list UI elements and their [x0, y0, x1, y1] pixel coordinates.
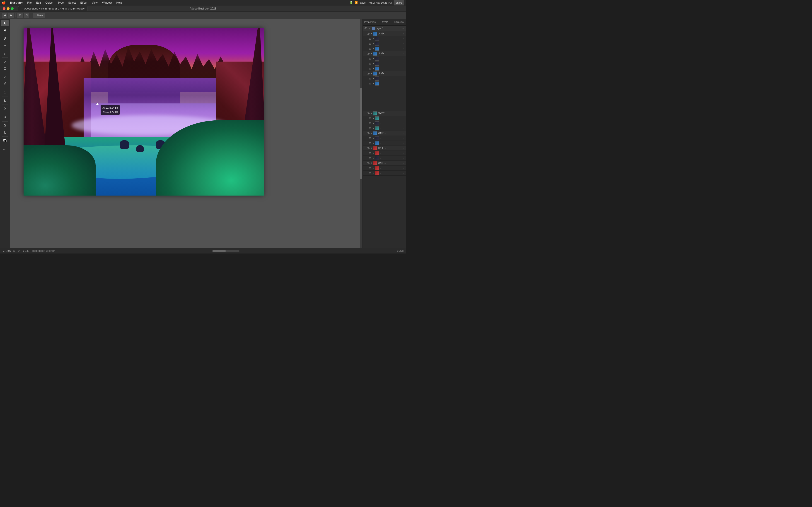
river-sub3[interactable]: ▶ ... ○: [363, 126, 406, 131]
trees-group[interactable]: ▼ TREES... ○: [363, 146, 406, 151]
file-tab[interactable]: ✕ AdobeStock_444686758.ai @ 17.78 % (RGB…: [18, 6, 88, 11]
land2s2-lock[interactable]: ○: [402, 62, 405, 65]
menu-select[interactable]: Select: [66, 1, 78, 5]
land-group-2[interactable]: ▼ LAND... ○: [363, 51, 406, 56]
tab-libraries[interactable]: Libraries: [392, 19, 406, 25]
land1s3-expand[interactable]: ▶: [372, 48, 374, 50]
land1s2-expand[interactable]: ▶: [372, 43, 374, 45]
land3-visibility[interactable]: [366, 72, 370, 75]
land1s2-lock[interactable]: ○: [402, 42, 405, 45]
land3s1-vis[interactable]: [368, 77, 372, 80]
shape-builder-tool[interactable]: [1, 106, 9, 112]
nav-next[interactable]: ▶: [28, 250, 29, 252]
land3-expand[interactable]: ▼: [370, 72, 373, 75]
direct-selection-tool[interactable]: [1, 27, 9, 33]
land1s3-lock[interactable]: ○: [402, 47, 405, 50]
v-scrollbar[interactable]: [360, 19, 362, 248]
selection-tool[interactable]: [1, 20, 9, 26]
menu-edit[interactable]: Edit: [35, 1, 43, 5]
wate1s2-lock[interactable]: ○: [402, 142, 405, 145]
land-group-1[interactable]: ▼ LAND... ○: [363, 31, 406, 36]
trees-sub2[interactable]: ▶ ... ○: [363, 156, 406, 161]
wate1s1-expand[interactable]: ▶: [372, 137, 374, 139]
rivers1-vis[interactable]: [368, 117, 372, 120]
toolbar-share-doc[interactable]: ↑ Share: [33, 13, 45, 18]
layer-1-header[interactable]: ▼ Layer 1 ○: [363, 25, 406, 31]
v-scrollbar-thumb[interactable]: [360, 88, 362, 179]
rivers3-vis[interactable]: [368, 126, 372, 130]
river-lock[interactable]: ○: [402, 112, 405, 115]
trees-visibility[interactable]: [366, 147, 370, 150]
rivers3-lock[interactable]: ○: [402, 127, 405, 130]
land3-lock[interactable]: ○: [402, 72, 405, 75]
land2s3-lock[interactable]: ○: [402, 67, 405, 70]
wate2-expand[interactable]: ▼: [370, 162, 373, 164]
wate2s2-lock[interactable]: ○: [402, 172, 405, 175]
rectangle-tool[interactable]: [1, 65, 9, 72]
land2-sub1[interactable]: ▶ ... ○: [363, 56, 406, 61]
wate2s2-expand[interactable]: ▶: [372, 172, 374, 174]
scale-tool[interactable]: [1, 97, 9, 104]
land3s2-expand[interactable]: ▶: [372, 82, 374, 84]
land2s1-lock[interactable]: ○: [402, 57, 405, 60]
land3s1-expand[interactable]: ▶: [372, 77, 374, 80]
land1-expand[interactable]: ▼: [370, 33, 373, 35]
hand-tool[interactable]: [1, 129, 9, 135]
land2s3-vis[interactable]: [368, 67, 372, 70]
layer1-lock[interactable]: ○: [401, 27, 405, 30]
land1-sub1[interactable]: ▶ ... ○: [363, 36, 406, 41]
wate2-visibility[interactable]: [366, 161, 370, 165]
wate2s2-vis[interactable]: [368, 171, 372, 175]
wate1s1-vis[interactable]: [368, 136, 372, 140]
fullscreen-button[interactable]: [11, 7, 14, 10]
land3-sub1[interactable]: ▶ ... ○: [363, 76, 406, 81]
land2-sub2[interactable]: ▶ ... ○: [363, 61, 406, 66]
land3s1-lock[interactable]: ○: [402, 77, 405, 80]
land2-expand[interactable]: ▼: [370, 53, 373, 55]
rivers2-lock[interactable]: ○: [402, 122, 405, 125]
treess2-lock[interactable]: ○: [402, 157, 405, 160]
menu-effect[interactable]: Effect: [79, 1, 89, 5]
wate1-sub2[interactable]: ▶ ... ○: [363, 141, 406, 146]
treess1-lock[interactable]: ○: [402, 152, 405, 155]
wate1s2-vis[interactable]: [368, 142, 372, 145]
pen-tool[interactable]: [1, 35, 9, 42]
wate-group-1[interactable]: ▼ WATE... ○: [363, 131, 406, 136]
layer1-visibility[interactable]: [364, 26, 368, 30]
nav-prev[interactable]: ◀: [22, 250, 24, 252]
land1-visibility[interactable]: [366, 32, 370, 36]
land2s1-expand[interactable]: ▶: [372, 57, 374, 60]
river-sub1[interactable]: ▶ ... ○: [363, 116, 406, 121]
land2-sub3[interactable]: ▶ ... ○: [363, 66, 406, 71]
land2-lock[interactable]: ○: [402, 52, 405, 55]
fill-stroke-tool[interactable]: [1, 137, 9, 144]
trees-expand[interactable]: ▼: [370, 147, 373, 150]
land1s2-vis[interactable]: [368, 42, 372, 46]
land1s1-expand[interactable]: ▶: [372, 38, 374, 40]
wate2s1-lock[interactable]: ○: [402, 167, 405, 170]
treess1-expand[interactable]: ▶: [372, 152, 374, 154]
land1-lock[interactable]: ○: [402, 32, 405, 35]
eyedropper-tool[interactable]: [1, 114, 9, 120]
rotate-tool[interactable]: [1, 89, 9, 95]
wate2s1-vis[interactable]: [368, 166, 372, 170]
rivers1-expand[interactable]: ▶: [372, 117, 374, 119]
toolbar-arrange[interactable]: ⊞: [17, 13, 23, 18]
minimize-button[interactable]: [7, 7, 9, 10]
rivers3-expand[interactable]: ▶: [372, 127, 374, 129]
land2-visibility[interactable]: [366, 52, 370, 55]
wate2-lock[interactable]: ○: [402, 162, 405, 165]
rivers2-expand[interactable]: ▶: [372, 122, 374, 124]
wate2-sub1[interactable]: ▶ ... ○: [363, 166, 406, 171]
land3-sub2[interactable]: ▶ ... ○: [363, 81, 406, 86]
canvas-area[interactable]: X: 1038.24 px Y: 1073.73 px: [10, 19, 362, 248]
layer1-expand[interactable]: ▼: [369, 27, 371, 30]
treess2-expand[interactable]: ▶: [372, 157, 374, 159]
land3s2-vis[interactable]: [368, 82, 372, 85]
trees-lock[interactable]: ○: [402, 147, 405, 150]
treess1-vis[interactable]: [368, 152, 372, 155]
curvature-tool[interactable]: [1, 42, 9, 48]
menu-help[interactable]: Help: [114, 1, 124, 5]
trees-sub1[interactable]: ▶ ... ○: [363, 151, 406, 156]
tab-close[interactable]: ✕: [21, 7, 23, 10]
